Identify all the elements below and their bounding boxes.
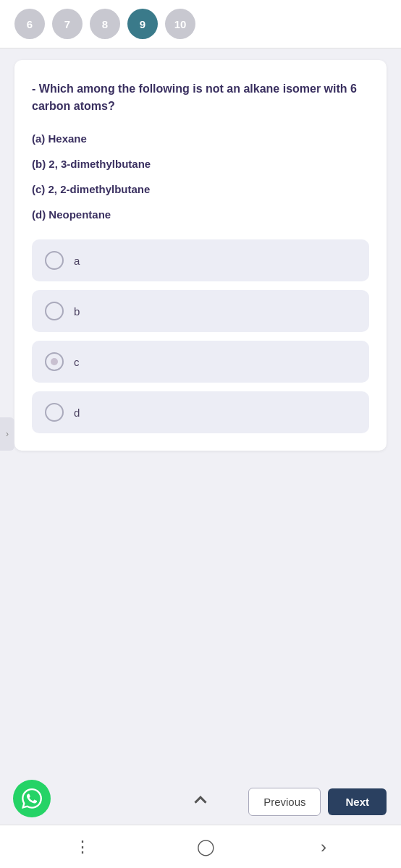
bottom-navigation: ⋮ ◯ › bbox=[0, 825, 401, 868]
nav-circle-6[interactable]: 6 bbox=[14, 9, 45, 39]
nav-circle-9[interactable]: 9 bbox=[127, 9, 158, 39]
top-navigation: 6 7 8 9 10 bbox=[0, 0, 401, 48]
bottom-nav-home[interactable]: ◯ bbox=[197, 838, 215, 856]
scroll-up-button[interactable] bbox=[186, 786, 215, 814]
option-d-text: (d) Neopentane bbox=[32, 207, 369, 222]
answer-choices: a b c d bbox=[32, 239, 369, 433]
nav-circle-8[interactable]: 8 bbox=[90, 9, 120, 39]
option-a-text: (a) Hexane bbox=[32, 131, 369, 146]
page-container: 6 7 8 9 10 › - Which among the following… bbox=[0, 0, 401, 868]
radio-c-fill bbox=[51, 358, 58, 365]
radio-d bbox=[45, 403, 64, 422]
choice-b-label: b bbox=[74, 305, 80, 318]
option-c-text: (c) 2, 2-dimethylbutane bbox=[32, 182, 369, 197]
choice-c-label: c bbox=[74, 356, 80, 368]
radio-a bbox=[45, 251, 64, 270]
home-icon: ◯ bbox=[197, 838, 215, 856]
chevron-up-icon bbox=[190, 789, 211, 811]
question-text: - Which among the following is not an al… bbox=[32, 80, 369, 115]
menu-icon: ⋮ bbox=[75, 838, 91, 856]
navigation-buttons: Previous Next bbox=[248, 788, 387, 816]
chevron-right-icon: › bbox=[6, 429, 9, 439]
choice-a-label: a bbox=[74, 255, 80, 267]
bottom-nav-forward[interactable]: › bbox=[321, 837, 326, 857]
next-button[interactable]: Next bbox=[328, 788, 387, 815]
whatsapp-button[interactable] bbox=[13, 780, 51, 817]
previous-button[interactable]: Previous bbox=[248, 788, 321, 816]
choice-d[interactable]: d bbox=[32, 391, 369, 433]
radio-b bbox=[45, 302, 64, 320]
choice-a[interactable]: a bbox=[32, 239, 369, 281]
choice-b[interactable]: b bbox=[32, 290, 369, 332]
option-b-text: (b) 2, 3-dimethylbutane bbox=[32, 156, 369, 171]
sidebar-toggle[interactable]: › bbox=[0, 417, 14, 451]
nav-circle-7[interactable]: 7 bbox=[52, 9, 83, 39]
whatsapp-icon bbox=[22, 788, 42, 809]
forward-icon: › bbox=[321, 837, 326, 857]
question-card: - Which among the following is not an al… bbox=[14, 60, 387, 451]
radio-c bbox=[45, 352, 64, 371]
nav-circle-10[interactable]: 10 bbox=[165, 9, 195, 39]
choice-c[interactable]: c bbox=[32, 341, 369, 383]
choice-d-label: d bbox=[74, 407, 80, 419]
bottom-nav-menu[interactable]: ⋮ bbox=[75, 838, 91, 856]
